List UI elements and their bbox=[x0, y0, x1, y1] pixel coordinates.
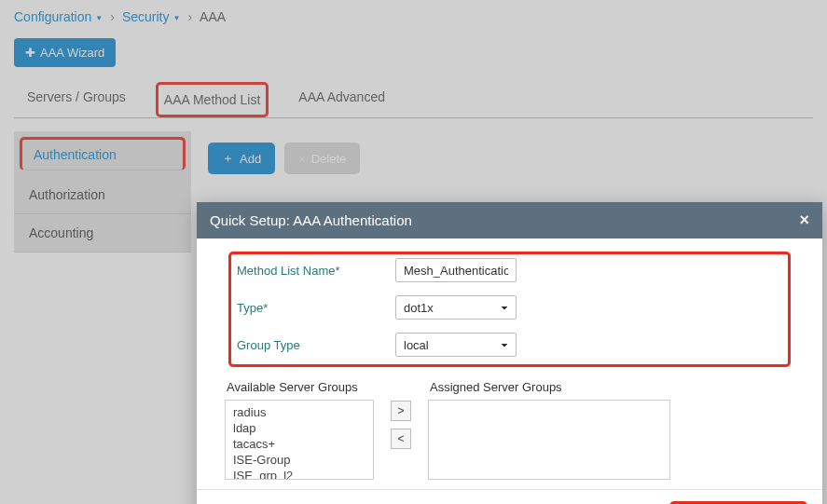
type-select[interactable]: dot1x bbox=[395, 295, 517, 320]
type-label: Type* bbox=[237, 301, 395, 315]
breadcrumb-sep: › bbox=[108, 9, 117, 24]
wizard-label: AAA Wizard bbox=[40, 46, 104, 60]
tab-aaa-advanced[interactable]: AAA Advanced bbox=[293, 82, 391, 117]
group-type-label: Group Type bbox=[237, 338, 395, 352]
delete-button[interactable]: × Delete bbox=[284, 143, 360, 174]
list-item[interactable]: radius bbox=[233, 404, 365, 420]
crumb-configuration[interactable]: Configuration ▼ bbox=[14, 9, 103, 24]
list-item[interactable]: ISE-Group bbox=[233, 452, 365, 468]
tab-servers-groups[interactable]: Servers / Groups bbox=[21, 82, 131, 117]
side-tab-authn-label: Authentication bbox=[34, 147, 117, 162]
side-tab-accounting[interactable]: Accounting bbox=[14, 214, 191, 252]
crumb-current: AAA bbox=[200, 9, 226, 24]
caret-icon: ▼ bbox=[172, 14, 180, 22]
move-right-button[interactable]: > bbox=[391, 401, 411, 421]
available-groups-listbox[interactable]: radius ldap tacacs+ ISE-Group ISE_grp_l2 bbox=[225, 400, 374, 480]
move-left-button[interactable]: < bbox=[391, 429, 411, 449]
assigned-groups-label: Assigned Server Groups bbox=[428, 380, 670, 394]
top-tabs: Servers / Groups AAA Method List AAA Adv… bbox=[14, 82, 813, 118]
add-label: Add bbox=[240, 152, 261, 166]
modal-title: Quick Setup: AAA Authentication bbox=[210, 212, 412, 228]
group-type-select[interactable]: local bbox=[395, 333, 517, 357]
list-item[interactable]: tacacs+ bbox=[233, 436, 365, 452]
plus-icon: ＋ bbox=[222, 150, 234, 167]
plus-icon: ✚ bbox=[25, 46, 35, 60]
side-tab-authentication[interactable]: Authentication bbox=[20, 137, 186, 170]
quick-setup-modal: Quick Setup: AAA Authentication × Method… bbox=[197, 202, 822, 504]
method-list-name-label: Method List Name* bbox=[237, 264, 395, 278]
crumb-security[interactable]: Security ▼ bbox=[122, 9, 181, 24]
x-icon: × bbox=[298, 152, 306, 166]
method-list-name-input[interactable] bbox=[395, 258, 517, 282]
side-tabs: Authentication Authorization Accounting bbox=[14, 131, 191, 252]
crumb-config-label: Configuration bbox=[14, 9, 91, 24]
aaa-wizard-button[interactable]: ✚ AAA Wizard bbox=[14, 38, 116, 67]
crumb-security-label: Security bbox=[122, 9, 170, 24]
caret-icon: ▼ bbox=[95, 14, 103, 22]
list-item[interactable]: ISE_grp_l2 bbox=[233, 468, 365, 480]
actions-row: ＋ Add × Delete bbox=[191, 131, 377, 185]
close-icon[interactable]: × bbox=[799, 211, 809, 230]
side-tab-authorization[interactable]: Authorization bbox=[14, 176, 191, 214]
delete-label: Delete bbox=[311, 152, 347, 166]
breadcrumb: Configuration ▼ › Security ▼ › AAA bbox=[0, 0, 827, 34]
list-item[interactable]: ldap bbox=[233, 420, 365, 436]
available-groups-label: Available Server Groups bbox=[225, 380, 374, 394]
add-button[interactable]: ＋ Add bbox=[208, 143, 275, 174]
tab-aaa-method-list[interactable]: AAA Method List bbox=[156, 82, 269, 117]
modal-header: Quick Setup: AAA Authentication × bbox=[197, 202, 822, 238]
assigned-groups-listbox[interactable] bbox=[428, 400, 670, 480]
breadcrumb-sep: › bbox=[186, 9, 194, 24]
